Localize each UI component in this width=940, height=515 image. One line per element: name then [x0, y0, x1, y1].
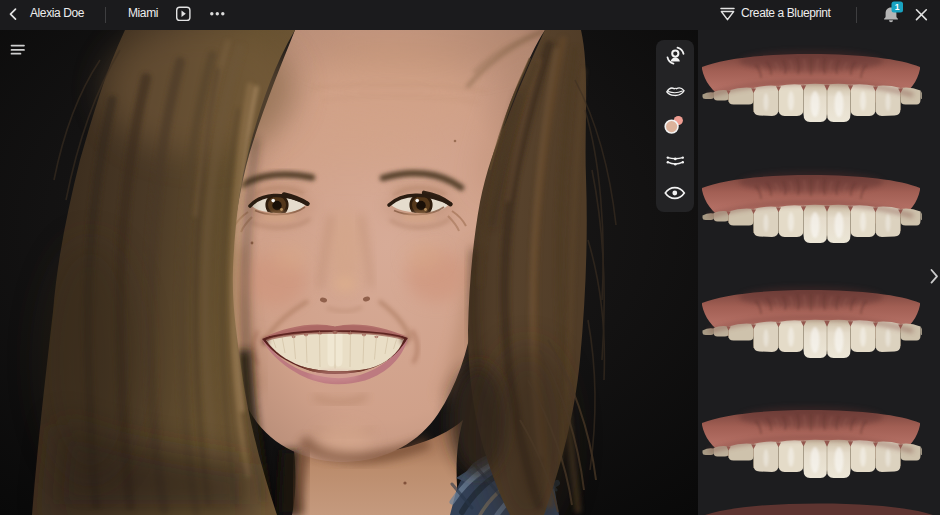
- svg-text:1: 1: [895, 2, 900, 12]
- svg-text:Miami: Miami: [128, 6, 158, 20]
- svg-text:Create a Blueprint: Create a Blueprint: [741, 6, 832, 20]
- svg-text:Alexia Doe: Alexia Doe: [30, 6, 85, 20]
